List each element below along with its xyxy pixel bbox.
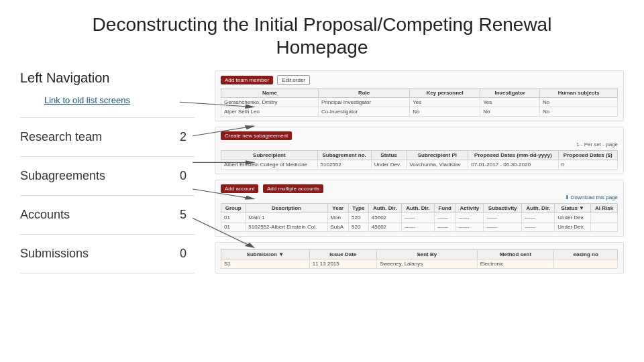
create-subagreement-button[interactable]: Create new subagreement: [221, 131, 292, 140]
col-investigator: Investigator: [480, 88, 540, 98]
pagination-note: 1 - Per set - page: [221, 141, 618, 147]
submissions-table: Submission ▼ Issue Date Sent By Method s…: [221, 249, 618, 269]
content-area: Left Navigation Link to old list screens…: [20, 70, 624, 274]
edit-order-button[interactable]: Edit order: [277, 75, 310, 85]
col-role: Role: [318, 88, 409, 98]
subagreements-panel: Create new subagreement 1 - Per set - pa…: [215, 127, 624, 174]
table-row: Albert Einstein College of Medicine 5102…: [221, 160, 618, 170]
table-row: Gerashchenko, Dmitry Principal Investiga…: [221, 98, 618, 107]
page-wrapper: Deconstructing the Initial Proposal/Comp…: [0, 0, 644, 362]
research-team-panel: Add team member Edit order Name Role Key…: [215, 70, 624, 121]
left-nav-title: Left Navigation: [20, 70, 195, 86]
nav-item-submissions-count: 0: [180, 247, 186, 261]
add-account-button[interactable]: Add account: [221, 184, 258, 193]
accounts-panel: Add account Add multiple accounts ⬇ Down…: [215, 180, 624, 237]
main-title: Deconstructing the Initial Proposal/Comp…: [20, 13, 624, 58]
nav-item-research-team-label: Research team: [20, 130, 102, 144]
link-to-old-list[interactable]: Link to old list screens: [44, 95, 195, 105]
nav-item-research-team[interactable]: Research team 2: [20, 118, 195, 157]
col-human-subjects: Human subjects: [540, 88, 618, 98]
nav-item-research-team-count: 2: [180, 130, 186, 144]
title-line1: Deconstructing the Initial Proposal/Comp…: [93, 14, 552, 35]
research-team-table: Name Role Key personnel Investigator Hum…: [221, 88, 618, 117]
accounts-table: Group Description Year Type Auth. Dir. A…: [221, 203, 618, 232]
nav-item-accounts-label: Accounts: [20, 208, 70, 222]
nav-item-subagreements-label: Subagreements: [20, 169, 105, 183]
nav-item-accounts[interactable]: Accounts 5: [20, 196, 195, 235]
table-row: 01 5102552-Albert Einstein Col. SubA 520…: [221, 223, 618, 232]
nav-item-accounts-count: 5: [180, 208, 186, 222]
right-panel: Add team member Edit order Name Role Key…: [215, 70, 624, 274]
table-row: S1 11 13 2015 Sweeney, Lalanys Electroni…: [221, 259, 618, 269]
nav-item-subagreements[interactable]: Subagreements 0: [20, 157, 195, 196]
col-key-personnel: Key personnel: [410, 88, 480, 98]
nav-items: Research team 2 Subagreements 0 Accounts…: [20, 117, 195, 274]
table-row: 01 Main 1 Mon 520 45602 ------ ------ --…: [221, 213, 618, 223]
nav-item-submissions-label: Submissions: [20, 247, 89, 261]
title-line2: Homepage: [276, 37, 368, 58]
nav-item-submissions[interactable]: Submissions 0: [20, 235, 195, 274]
download-note[interactable]: ⬇ Download this page: [221, 194, 618, 200]
nav-item-subagreements-count: 0: [180, 169, 186, 183]
add-multiple-accounts-button[interactable]: Add multiple accounts: [263, 184, 323, 193]
submissions-panel: Submission ▼ Issue Date Sent By Method s…: [215, 242, 624, 274]
left-nav: Left Navigation Link to old list screens…: [20, 70, 195, 274]
add-team-member-button[interactable]: Add team member: [221, 76, 273, 84]
col-name: Name: [221, 88, 319, 98]
table-row: Alper Seth Leo Co-Investigator No No No: [221, 107, 618, 117]
subagreements-table: Subreciplent Subagrement no. Status Subr…: [221, 150, 618, 170]
